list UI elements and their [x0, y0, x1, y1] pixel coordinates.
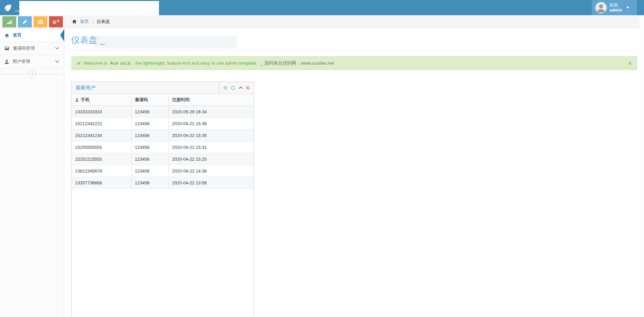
- table-cell: 2020-09-29 16:34: [168, 106, 254, 118]
- table-cell: 2020-04-22 15:25: [168, 153, 254, 165]
- user-icon: [4, 59, 9, 64]
- table-cell: 13812345678: [72, 165, 131, 177]
- table-cell: 123456: [131, 165, 168, 177]
- alert-close-button[interactable]: ×: [628, 60, 632, 66]
- chevron-down-icon: [55, 47, 59, 50]
- sidebar-item-label: 首页: [13, 32, 22, 38]
- welcome-alert: ✔ Welcome to Ace (v1.2) , the lightweigh…: [71, 56, 637, 70]
- pencil-icon: [22, 19, 27, 24]
- table-cell: 15212341234: [72, 130, 131, 141]
- close-icon[interactable]: [246, 86, 250, 90]
- users-group-icon: [38, 19, 44, 24]
- latest-users-widget: 最新用户 ⚙: [71, 82, 254, 317]
- latest-users-table: 手机 邀请码 注册时间 133333333331234562020-09-29 …: [72, 94, 254, 189]
- welcome-text: 欢迎, admin: [610, 3, 622, 13]
- table-cell: 15252215555: [72, 153, 131, 165]
- caret-down-icon: [626, 7, 629, 8]
- table-cell: 2020-04-22 15:31: [168, 141, 254, 153]
- table-cell: 15255555555: [72, 141, 131, 153]
- breadcrumb-separator: ›: [92, 19, 94, 24]
- censor-box-title: [95, 36, 237, 48]
- header-divider: [67, 50, 637, 50]
- shortcut-gears-button[interactable]: ⚙⚙: [49, 16, 63, 27]
- table-row: 152123412341234562020-04-22 15:35: [72, 130, 254, 141]
- gears-icon: ⚙⚙: [52, 19, 60, 25]
- user-icon: [75, 98, 79, 102]
- breadcrumb-link-home[interactable]: 首页: [80, 19, 89, 25]
- scrollbar-track: [639, 15, 644, 317]
- user-menu-dropdown[interactable]: 欢迎, admin: [592, 0, 637, 15]
- refresh-icon[interactable]: [231, 86, 235, 90]
- table-row: 138123456781234562020-04-22 14:38: [72, 165, 254, 177]
- sidebar: ⚙⚙ 首页 邀请码管理 用户管理 «: [0, 15, 64, 317]
- widget-title: 最新用户: [76, 85, 95, 91]
- censor-box-navbar: [19, 1, 159, 15]
- shortcut-users-button[interactable]: [33, 16, 47, 27]
- widget-header: 最新用户 ⚙: [72, 82, 254, 94]
- table-cell: 2020-04-22 14:38: [168, 165, 254, 177]
- main-content: 仪表盘 _ ✔ Welcome to Ace (v1.2) , the ligh…: [64, 28, 639, 317]
- sidebar-item-user-management[interactable]: 用户管理: [0, 55, 64, 68]
- table-cell: 2020-04-22 15:35: [168, 130, 254, 141]
- table-row: 152522155551234562020-04-22 15:25: [72, 153, 254, 165]
- shortcut-pencil-button[interactable]: [18, 16, 32, 27]
- table-row: 152555555551234562020-04-22 15:31: [72, 141, 254, 153]
- alert-text: Welcome to Ace (v1.2) , the lightweight,…: [84, 60, 334, 66]
- chart-bars-icon: [7, 19, 12, 25]
- sidebar-item-home[interactable]: 首页: [0, 29, 64, 42]
- sidebar-collapse-button[interactable]: «: [29, 70, 36, 77]
- table-cell: 123456: [131, 130, 168, 141]
- user-table-body: 133333333331234562020-09-29 16:341521234…: [72, 106, 254, 189]
- table-cell: 123456: [131, 177, 168, 189]
- active-item-marker: [60, 29, 64, 42]
- settings-gear-icon[interactable]: ⚙: [223, 85, 228, 90]
- alert-version: (v1.2): [120, 61, 131, 65]
- page-title: 仪表盘 _: [71, 34, 105, 46]
- chevron-down-icon: [55, 60, 59, 63]
- leaf-icon: [3, 3, 12, 12]
- table-cell: 123456: [131, 118, 168, 130]
- table-cell: 123456: [131, 141, 168, 153]
- check-icon: ✔: [77, 61, 81, 66]
- column-header-invite-code: 邀请码: [131, 94, 168, 106]
- inbox-icon: [4, 46, 9, 51]
- table-row: 133333333331234562020-09-29 16:34: [72, 106, 254, 118]
- sidebar-collapse-row: «: [0, 74, 64, 74]
- sidebar-shortcuts: ⚙⚙: [0, 15, 64, 29]
- table-cell: 123456: [131, 153, 168, 165]
- home-icon: [4, 33, 9, 38]
- alert-brand: Ace: [110, 61, 118, 66]
- navbar: _ 汉 欢迎, admin: [0, 0, 644, 15]
- table-cell: 2020-04-22 15:36: [168, 118, 254, 130]
- widget-toolbar: ⚙: [219, 82, 250, 94]
- table-row: 152123422221234562020-04-22 15:36: [72, 118, 254, 130]
- breadcrumb-current: 仪表盘: [97, 19, 110, 25]
- table-header-row: 手机 邀请码 注册时间: [72, 94, 254, 106]
- table-cell: 123456: [131, 106, 168, 118]
- shortcut-chart-bars-button[interactable]: [2, 16, 16, 27]
- collapse-chevron-up-icon[interactable]: [238, 86, 243, 89]
- column-header-phone: 手机: [72, 94, 131, 106]
- table-cell: 13333333333: [72, 106, 131, 118]
- table-row: 133577366681234562020-04-22 13:56: [72, 177, 254, 189]
- sidebar-item-invite-codes[interactable]: 邀请码管理: [0, 42, 64, 55]
- sidebar-item-label: 邀请码管理: [13, 45, 35, 51]
- table-cell: 13357736668: [72, 177, 131, 189]
- avatar: [595, 2, 607, 14]
- column-header-register-time: 注册时间: [168, 94, 254, 106]
- sidebar-item-label: 用户管理: [13, 59, 30, 65]
- table-cell: 15212342222: [72, 118, 131, 130]
- breadcrumb: 首页 › 仪表盘: [64, 15, 639, 28]
- table-cell: 2020-04-22 13:56: [168, 177, 254, 189]
- alert-source-note: _ 源码来自优码网：www.ucodes.net: [260, 61, 334, 66]
- home-icon: [72, 19, 77, 24]
